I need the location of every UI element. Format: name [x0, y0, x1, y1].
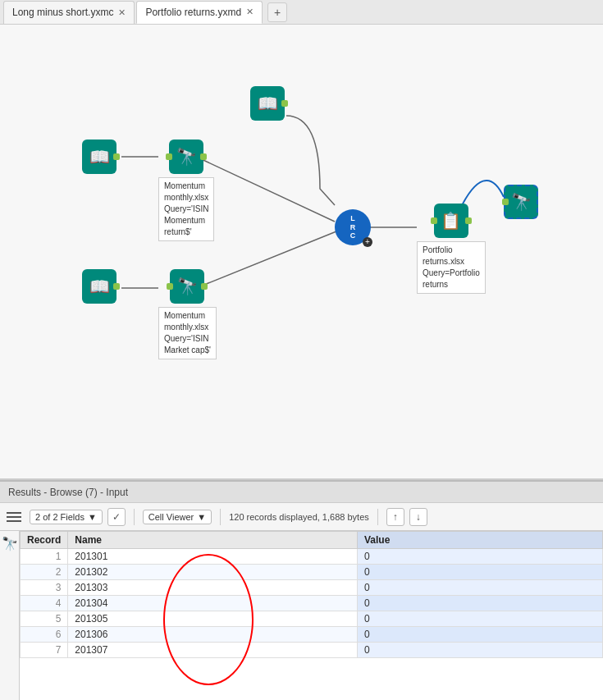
cell-name: 201301	[68, 549, 358, 565]
table-header-row: Record Name Value	[21, 532, 603, 549]
tab-label-1: Long minus short.yxmc	[12, 7, 113, 18]
read2-icon: 📖	[250, 86, 285, 121]
separator-3	[377, 509, 378, 525]
cell-value: 0	[358, 565, 603, 580]
results-toolbar: 2 of 2 Fields ▼ ✓ Cell Viewer ▼ 120 reco…	[0, 503, 603, 531]
browse2-label: Momentummonthly.xlsxQuery='ISINMarket ca…	[158, 307, 217, 359]
output1-icon: 📋	[434, 204, 468, 238]
node-browse3[interactable]: 🔭	[504, 185, 538, 219]
browse2-connector-right	[201, 283, 208, 290]
cell-viewer-dropdown[interactable]: Cell Viewer ▼	[143, 510, 212, 524]
read2-connector-right	[281, 100, 288, 107]
node-output1[interactable]: 📋 Portfolioreturns.xlsxQuery=Portfoliore…	[417, 204, 486, 294]
browse1-label: Momentummonthly.xlsxQuery='ISINMomentumr…	[158, 177, 214, 241]
nav-up-button[interactable]: ↑	[386, 508, 404, 526]
table-row: 4 201304 0	[21, 596, 603, 611]
tab-long-minus-short[interactable]: Long minus short.yxmc ✕	[3, 1, 135, 24]
node-browse2[interactable]: 🔭 Momentummonthly.xlsxQuery='ISINMarket …	[158, 269, 217, 359]
cell-name: 201304	[68, 596, 358, 611]
cell-value: 0	[358, 611, 603, 627]
cell-value: 0	[358, 549, 603, 565]
results-header-text: Results - Browse (7) - Input	[8, 487, 128, 498]
read1-icon: 📖	[82, 140, 116, 174]
cell-record: 4	[21, 596, 68, 611]
fields-dropdown-button[interactable]: 2 of 2 Fields ▼	[30, 510, 103, 524]
cell-record: 2	[21, 565, 68, 580]
output1-connector-left	[431, 217, 437, 224]
connections-svg	[0, 25, 603, 478]
node-join[interactable]: L R C +	[335, 209, 371, 245]
results-panel: Results - Browse (7) - Input 2 of 2 Fiel…	[0, 480, 603, 700]
output1-connector-right	[465, 217, 472, 224]
cell-name: 201306	[68, 627, 358, 643]
node-read3[interactable]: 📖	[82, 269, 116, 304]
browse1-connector-left	[166, 153, 172, 160]
table-row: 3 201303 0	[21, 580, 603, 596]
nav-down-button[interactable]: ↓	[409, 508, 427, 526]
table-container: Record Name Value 1 201301 0 2 201302 0 …	[20, 531, 603, 700]
cell-value: 0	[358, 580, 603, 596]
cell-record: 1	[21, 549, 68, 565]
table-row: 5 201305 0	[21, 611, 603, 627]
fields-label: 2 of 2 Fields	[35, 512, 85, 522]
tab-bar: Long minus short.yxmc ✕ Portfolio return…	[0, 0, 603, 25]
browse1-icon: 🔭	[169, 140, 203, 174]
canvas-area: 📖 📖 🔭 Momentummonthly.xlsxQuery='ISINMom…	[0, 25, 603, 480]
node-read1[interactable]: 📖	[82, 140, 116, 174]
checkmark-icon: ✓	[112, 511, 121, 523]
cell-name: 201307	[68, 643, 358, 658]
fields-dropdown-arrow: ▼	[88, 512, 97, 522]
node-browse1[interactable]: 🔭 Momentummonthly.xlsxQuery='ISINMomentu…	[158, 140, 214, 241]
records-info: 120 records displayed, 1,688 bytes	[229, 512, 369, 522]
browse2-connector-left	[167, 283, 173, 290]
rows-icon	[7, 509, 23, 525]
cell-record: 7	[21, 643, 68, 658]
cell-viewer-arrow: ▼	[197, 512, 206, 522]
tab-add-button[interactable]: +	[267, 2, 287, 22]
browse3-icon: 🔭	[504, 185, 538, 219]
svg-line-3	[196, 231, 336, 288]
binoculars-icon: 🔭	[2, 536, 18, 551]
cell-name: 201305	[68, 611, 358, 627]
separator-1	[134, 509, 135, 525]
cell-name: 201303	[68, 580, 358, 596]
results-header: Results - Browse (7) - Input	[0, 482, 603, 503]
svg-line-1	[196, 157, 335, 222]
table-row: 2 201302 0	[21, 565, 603, 580]
read3-icon: 📖	[82, 269, 116, 304]
tab-close-2[interactable]: ✕	[246, 7, 254, 17]
cell-value: 0	[358, 643, 603, 658]
col-name: Name	[68, 532, 358, 549]
col-value: Value	[358, 532, 603, 549]
read3-connector-right	[113, 283, 120, 290]
tab-close-1[interactable]: ✕	[118, 7, 126, 18]
join-plus: +	[363, 237, 372, 247]
cell-value: 0	[358, 627, 603, 643]
cell-viewer-label: Cell Viewer	[148, 512, 194, 522]
table-row: 7 201307 0	[21, 643, 603, 658]
cell-record: 6	[21, 627, 68, 643]
cell-record: 3	[21, 580, 68, 596]
cell-value: 0	[358, 596, 603, 611]
browse2-icon: 🔭	[170, 269, 204, 304]
cell-record: 5	[21, 611, 68, 627]
read1-connector-right	[113, 153, 120, 160]
tab-label-2: Portfolio returns.yxmd	[145, 7, 241, 18]
results-table-wrapper[interactable]: Record Name Value 1 201301 0 2 201302 0 …	[20, 531, 603, 658]
cell-name: 201302	[68, 565, 358, 580]
results-body: 🔭 Record Name Value 1 201301 0 2	[0, 531, 603, 700]
results-table: Record Name Value 1 201301 0 2 201302 0 …	[20, 531, 603, 658]
fields-confirm-button[interactable]: ✓	[107, 508, 126, 526]
output1-label: Portfolioreturns.xlsxQuery=Portfolioretu…	[417, 241, 486, 294]
results-left-icon: 🔭	[0, 531, 20, 700]
browse1-connector-right	[200, 153, 207, 160]
tab-portfolio-returns[interactable]: Portfolio returns.yxmd ✕	[136, 1, 263, 24]
join-label: L R C	[350, 214, 356, 240]
separator-2	[220, 509, 221, 525]
table-row: 6 201306 0	[21, 627, 603, 643]
node-read2[interactable]: 📖	[250, 86, 285, 121]
browse3-connector-left	[502, 199, 509, 205]
col-record: Record	[21, 532, 68, 549]
table-row: 1 201301 0	[21, 549, 603, 565]
